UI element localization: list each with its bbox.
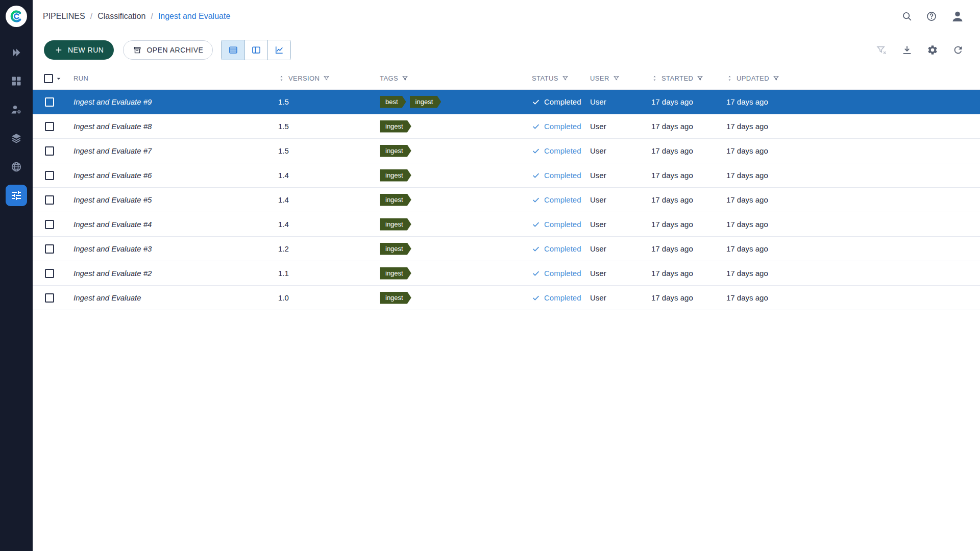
new-run-button[interactable]: NEW RUN	[44, 40, 114, 60]
row-select-cell	[33, 171, 74, 180]
help-button[interactable]	[926, 11, 937, 22]
sidebar-item-pipelines[interactable]	[6, 185, 27, 206]
run-name[interactable]: Ingest and Evaluate #8	[74, 122, 152, 131]
run-cell: Ingest and Evaluate #4	[74, 220, 278, 229]
status-label: Completed	[544, 171, 581, 180]
row-checkbox[interactable]	[45, 293, 54, 303]
table-row[interactable]: Ingest and Evaluate1.0ingestCompletedUse…	[33, 286, 980, 310]
column-header-run[interactable]: RUN	[74, 74, 278, 82]
table-row[interactable]: Ingest and Evaluate #81.5ingestCompleted…	[33, 114, 980, 139]
sidebar-item-workers[interactable]	[6, 99, 27, 120]
table-row[interactable]: Ingest and Evaluate #51.4ingestCompleted…	[33, 188, 980, 212]
version-cell: 1.5	[278, 122, 380, 131]
column-header-user[interactable]: USER	[590, 74, 651, 82]
table-body: Ingest and Evaluate #91.5bestingestCompl…	[33, 90, 980, 310]
app-logo[interactable]	[0, 0, 33, 33]
row-checkbox[interactable]	[45, 146, 54, 156]
filter-icon	[773, 75, 779, 82]
select-all-cell	[33, 74, 74, 83]
sidebar-item-serving[interactable]	[6, 156, 27, 178]
run-name[interactable]: Ingest and Evaluate	[74, 293, 141, 302]
table-row[interactable]: Ingest and Evaluate #71.5ingestCompleted…	[33, 139, 980, 163]
user-avatar[interactable]	[950, 9, 965, 23]
open-archive-button[interactable]: OPEN ARCHIVE	[123, 40, 213, 60]
updated-cell: 17 days ago	[726, 269, 980, 278]
run-name[interactable]: Ingest and Evaluate #9	[74, 97, 152, 106]
status-check-icon	[532, 269, 540, 278]
user-cell: User	[590, 97, 651, 106]
row-checkbox[interactable]	[45, 269, 54, 278]
started-cell: 17 days ago	[651, 146, 726, 155]
row-select-cell	[33, 97, 74, 107]
table-row[interactable]: Ingest and Evaluate #31.2ingestCompleted…	[33, 237, 980, 261]
projects-icon	[10, 46, 22, 59]
updated-cell: 17 days ago	[726, 220, 980, 229]
filter-icon	[323, 75, 330, 82]
filter-icon	[697, 75, 703, 82]
run-cell: Ingest and Evaluate #8	[74, 122, 278, 131]
status-cell: Completed	[532, 146, 590, 155]
run-name[interactable]: Ingest and Evaluate #2	[74, 269, 152, 278]
view-table-button[interactable]	[222, 40, 244, 60]
row-checkbox[interactable]	[45, 244, 54, 254]
run-name[interactable]: Ingest and Evaluate #4	[74, 220, 152, 229]
row-checkbox[interactable]	[45, 171, 54, 180]
pipelines-icon	[10, 189, 22, 202]
row-checkbox[interactable]	[45, 97, 54, 107]
table-header: RUNVERSIONTAGSSTATUSUSERSTARTEDUPDATED	[33, 67, 980, 90]
breadcrumb-separator: /	[151, 12, 153, 21]
row-select-cell	[33, 220, 74, 229]
status-cell: Completed	[532, 293, 590, 302]
table-row[interactable]: Ingest and Evaluate #41.4ingestCompleted…	[33, 212, 980, 237]
view-details-button[interactable]	[244, 40, 267, 60]
sidebar-item-projects[interactable]	[6, 42, 27, 63]
breadcrumb-item[interactable]: PIPELINES	[43, 12, 85, 21]
toolbar-actions	[876, 44, 964, 56]
run-name[interactable]: Ingest and Evaluate #5	[74, 195, 152, 204]
started-cell: 17 days ago	[651, 293, 726, 302]
row-select-cell	[33, 244, 74, 254]
status-cell: Completed	[532, 244, 590, 253]
status-cell: Completed	[532, 97, 590, 106]
sidebar-item-models[interactable]	[6, 128, 27, 149]
row-select-cell	[33, 269, 74, 278]
select-menu-caret-icon[interactable]	[55, 74, 63, 83]
column-header-status[interactable]: STATUS	[532, 74, 590, 82]
row-select-cell	[33, 195, 74, 205]
column-header-updated[interactable]: UPDATED	[726, 74, 980, 82]
table-row[interactable]: Ingest and Evaluate #21.1ingestCompleted…	[33, 261, 980, 286]
download-button[interactable]	[901, 44, 913, 56]
toolbar: NEW RUN OPEN ARCHIVE	[33, 33, 980, 67]
filter-icon	[562, 75, 569, 82]
search-button[interactable]	[901, 11, 913, 22]
topbar: PIPELINES/Classification/Ingest and Eval…	[33, 0, 980, 33]
run-name[interactable]: Ingest and Evaluate #3	[74, 244, 152, 253]
settings-button[interactable]	[927, 44, 938, 56]
archive-icon	[133, 45, 142, 55]
breadcrumb-item[interactable]: Ingest and Evaluate	[158, 12, 230, 21]
row-checkbox[interactable]	[45, 195, 54, 205]
column-header-tags[interactable]: TAGS	[380, 74, 532, 82]
row-checkbox[interactable]	[45, 220, 54, 229]
run-name[interactable]: Ingest and Evaluate #6	[74, 171, 152, 180]
column-header-version[interactable]: VERSION	[278, 74, 380, 82]
sidebar-item-datasets[interactable]	[6, 70, 27, 92]
table-row[interactable]: Ingest and Evaluate #61.4ingestCompleted…	[33, 163, 980, 188]
row-checkbox[interactable]	[45, 122, 54, 131]
table-row[interactable]: Ingest and Evaluate #91.5bestingestCompl…	[33, 90, 980, 114]
select-all-checkbox[interactable]	[44, 74, 53, 83]
auto-refresh-button[interactable]	[952, 44, 964, 56]
view-toggle-group	[221, 40, 291, 60]
clear-filters-button[interactable]	[876, 44, 887, 56]
row-select-cell	[33, 293, 74, 303]
status-label: Completed	[544, 195, 581, 204]
version-cell: 1.1	[278, 269, 380, 278]
sort-icon	[651, 75, 658, 82]
view-details-icon	[251, 45, 261, 55]
column-header-started[interactable]: STARTED	[651, 74, 726, 82]
view-metrics-button[interactable]	[267, 40, 290, 60]
status-label: Completed	[544, 122, 581, 131]
view-metrics-icon	[274, 45, 284, 55]
run-name[interactable]: Ingest and Evaluate #7	[74, 146, 152, 155]
breadcrumb-item[interactable]: Classification	[97, 12, 145, 21]
